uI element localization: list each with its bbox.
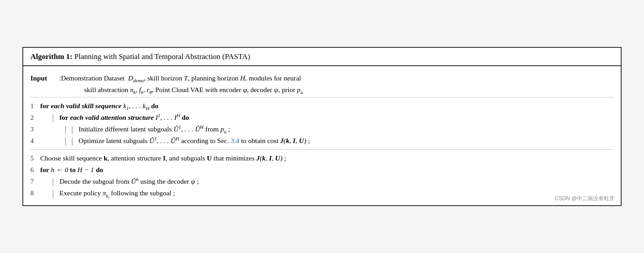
input-label: Input bbox=[30, 72, 57, 95]
line-content-2: for each valid attention structure I1, .… bbox=[40, 112, 614, 123]
line-content-8: Execute policy πki following the subgoal… bbox=[40, 187, 614, 199]
line-num-4: 4 bbox=[30, 135, 40, 147]
input-section: Input :Demonstration Dataset Ddemo, skil… bbox=[30, 71, 614, 97]
algorithm-body: Input :Demonstration Dataset Ddemo, skil… bbox=[23, 66, 621, 205]
input-content: :Demonstration Dataset Ddemo, skill hori… bbox=[57, 72, 614, 95]
line-content-7: Decode the subgoal from Ûh using the dec… bbox=[40, 176, 614, 187]
line-content-5: Choose skill sequence k, attention struc… bbox=[40, 152, 614, 164]
line-content-3: Initialize different latent subgoals Û1,… bbox=[40, 123, 614, 135]
algo-line-2: 2 for each valid attention structure I1,… bbox=[30, 112, 614, 123]
line-content-6: for h ← 0 to H − 1 do bbox=[40, 164, 614, 176]
algorithm-title: Planning with Spatial and Temporal Abstr… bbox=[72, 52, 250, 61]
line-num-6: 6 bbox=[30, 164, 40, 176]
algo-lines-block1: 1 for each valid skill sequence k1, . . … bbox=[30, 100, 614, 147]
algo-line-1: 1 for each valid skill sequence k1, . . … bbox=[30, 100, 614, 112]
line-num-3: 3 bbox=[30, 123, 40, 135]
algorithm-container: Algorithm 1: Planning with Spatial and T… bbox=[22, 47, 622, 207]
line-num-7: 7 bbox=[30, 176, 40, 187]
line-num-5: 5 bbox=[30, 152, 40, 164]
algo-line-8: 8 Execute policy πki following the subgo… bbox=[30, 187, 614, 199]
line-num-2: 2 bbox=[30, 112, 40, 123]
algo-line-4: 4 Optimize latent subgoals Û1, . . . ÛH … bbox=[30, 135, 614, 147]
line-num-8: 8 bbox=[30, 187, 40, 199]
algo-line-6: 6 for h ← 0 to H − 1 do bbox=[30, 164, 614, 176]
line-content-4: Optimize latent subgoals Û1, . . . ÛH ac… bbox=[40, 135, 614, 147]
separator bbox=[30, 149, 614, 150]
line-num-1: 1 bbox=[30, 100, 40, 112]
watermark: CSDN @中二病没有蛀牙 bbox=[555, 195, 614, 202]
algo-lines-block2: 5 Choose skill sequence k, attention str… bbox=[30, 152, 614, 199]
algo-line-7: 7 Decode the subgoal from Ûh using the d… bbox=[30, 176, 614, 187]
algorithm-header: Algorithm 1: Planning with Spatial and T… bbox=[23, 48, 621, 67]
algorithm-label: Algorithm 1: bbox=[30, 52, 72, 61]
algo-line-3: 3 Initialize different latent subgoals Û… bbox=[30, 123, 614, 135]
line-content-1: for each valid skill sequence k1, . . . … bbox=[40, 100, 614, 112]
math-D: Ddemo bbox=[128, 74, 144, 82]
input-line2: skill abstraction πk, fk, rθ, Point Clou… bbox=[57, 84, 614, 96]
algo-line-5: 5 Choose skill sequence k, attention str… bbox=[30, 152, 614, 164]
input-line1: :Demonstration Dataset Ddemo, skill hori… bbox=[57, 72, 614, 84]
